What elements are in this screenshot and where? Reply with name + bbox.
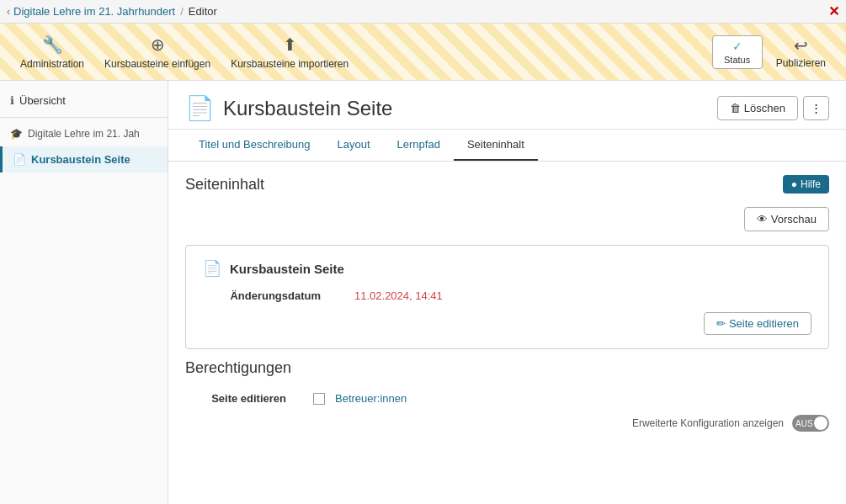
vorschau-row: 👁 Vorschau xyxy=(185,204,829,238)
more-button[interactable]: ⋮ xyxy=(803,96,829,120)
vorschau-label: Vorschau xyxy=(771,213,817,225)
toggle-knob xyxy=(814,416,827,430)
main-layout: ℹ Übersicht 🎓 Digitale Lehre im 21. Jah … xyxy=(0,81,846,504)
perm-value[interactable]: Betreuer:innen xyxy=(335,392,407,405)
card-actions: ✏ Seite editieren xyxy=(203,312,811,335)
content-area: 📄 Kursbaustein Seite 🗑 Löschen ⋮ Titel u… xyxy=(168,81,846,504)
card-title: Kursbaustein Seite xyxy=(230,262,344,276)
card-header: 📄 Kursbaustein Seite xyxy=(203,259,811,278)
tab-layout[interactable]: Layout xyxy=(324,130,384,161)
administration-button[interactable]: 🔧 Administration xyxy=(10,29,94,75)
edit-icon: ✏ xyxy=(716,317,726,330)
edit-label: Seite editieren xyxy=(729,317,799,330)
tab-lernpfad[interactable]: Lernpfad xyxy=(384,130,454,161)
card-page-icon: 📄 xyxy=(203,259,221,278)
hilfe-button[interactable]: ● Hilfe xyxy=(783,175,829,194)
import-label: Kursbausteine importieren xyxy=(231,58,349,70)
sidebar-divider xyxy=(0,117,168,118)
info-icon: ℹ xyxy=(10,94,14,107)
tabs-bar: Titel und Beschreibung Layout Lernpfad S… xyxy=(168,130,846,162)
import-icon: ⬆ xyxy=(283,34,297,55)
card-meta: Änderungsdatum 11.02.2024, 14:41 xyxy=(203,286,811,305)
erweitert-toggle[interactable]: AUS xyxy=(792,415,829,432)
sidebar-active-label: Kursbaustein Seite xyxy=(31,153,130,166)
insert-icon: ⊕ xyxy=(151,34,165,55)
breadcrumb-path1[interactable]: Digitale Lehre im 21. Jahrhundert xyxy=(13,5,175,18)
import-button[interactable]: ⬆ Kursbausteine importieren xyxy=(221,29,359,75)
toolbar-right: ✓ Status ↩ Publizieren xyxy=(712,30,836,74)
page-header: 📄 Kursbaustein Seite 🗑 Löschen ⋮ xyxy=(168,81,846,130)
title-bar: ‹ Digitale Lehre im 21. Jahrhundert / Ed… xyxy=(0,0,846,24)
seiteninhalt-section: Seiteninhalt ● Hilfe 👁 Vorschau 📄 Kursba… xyxy=(168,162,846,450)
toolbar: 🔧 Administration ⊕ Kursbausteine einfüge… xyxy=(0,24,846,81)
page-title-area: 📄 Kursbaustein Seite xyxy=(185,94,392,122)
page-title: Kursbaustein Seite xyxy=(223,97,392,120)
section-title: Seiteninhalt xyxy=(185,176,264,194)
publish-icon: ↩ xyxy=(794,35,808,56)
insert-label: Kursbausteine einfügen xyxy=(104,58,210,70)
breadcrumb-sep: / xyxy=(180,5,184,18)
page-icon: 📄 xyxy=(13,153,26,166)
insert-button[interactable]: ⊕ Kursbausteine einfügen xyxy=(94,29,221,75)
hilfe-label: Hilfe xyxy=(801,178,821,190)
sidebar: ℹ Übersicht 🎓 Digitale Lehre im 21. Jah … xyxy=(0,81,168,504)
section-header: Seiteninhalt ● Hilfe xyxy=(185,175,829,194)
page-title-icon: 📄 xyxy=(185,94,215,122)
erweitert-label: Erweiterte Konfiguration anzeigen xyxy=(632,417,784,429)
berechtigungen-title: Berechtigungen xyxy=(185,359,829,377)
back-button[interactable]: ‹ xyxy=(7,6,10,18)
page-card: 📄 Kursbaustein Seite Änderungsdatum 11.0… xyxy=(185,245,829,349)
status-button[interactable]: ✓ Status xyxy=(712,35,763,69)
status-label: Status xyxy=(724,55,750,65)
perm-label: Seite editieren xyxy=(185,392,286,405)
sidebar-parent-label: Digitale Lehre im 21. Jah xyxy=(28,128,140,140)
meta-value: 11.02.2024, 14:41 xyxy=(354,289,443,302)
sidebar-item-overview[interactable]: ℹ Übersicht xyxy=(0,88,168,114)
close-button[interactable]: ✕ xyxy=(828,3,839,19)
page-actions: 🗑 Löschen ⋮ xyxy=(717,96,829,120)
sidebar-item-active[interactable]: 📄 Kursbaustein Seite xyxy=(0,146,168,172)
delete-icon: 🗑 xyxy=(730,102,741,114)
status-check-icon: ✓ xyxy=(732,40,742,53)
publish-button[interactable]: ↩ Publizieren xyxy=(766,30,836,74)
meta-label: Änderungsdatum xyxy=(203,289,321,302)
seite-editieren-button[interactable]: ✏ Seite editieren xyxy=(704,312,811,335)
berechtigungen-section: Berechtigungen Seite editieren Betreuer:… xyxy=(185,359,829,437)
perm-checkbox[interactable] xyxy=(313,393,325,405)
admin-icon: 🔧 xyxy=(42,34,63,55)
toggle-label: AUS xyxy=(795,419,813,428)
vorschau-button[interactable]: 👁 Vorschau xyxy=(744,207,829,231)
tab-seiteninhalt[interactable]: Seiteninhalt xyxy=(454,130,538,161)
delete-button[interactable]: 🗑 Löschen xyxy=(717,96,798,120)
sidebar-item-parent[interactable]: 🎓 Digitale Lehre im 21. Jah xyxy=(0,121,168,146)
breadcrumb: ‹ Digitale Lehre im 21. Jahrhundert / Ed… xyxy=(7,5,828,18)
administration-label: Administration xyxy=(20,58,84,70)
publish-label: Publizieren xyxy=(776,57,826,69)
tab-titel[interactable]: Titel und Beschreibung xyxy=(185,130,324,161)
erweitert-row: Erweiterte Konfiguration anzeigen AUS xyxy=(185,410,829,437)
sidebar-overview-label: Übersicht xyxy=(19,94,66,107)
course-icon: 🎓 xyxy=(10,128,23,140)
more-icon: ⋮ xyxy=(811,102,822,114)
hilfe-icon: ● xyxy=(791,178,797,190)
delete-label: Löschen xyxy=(744,102,785,114)
perm-row: Seite editieren Betreuer:innen xyxy=(185,387,829,410)
breadcrumb-current: Editor xyxy=(189,5,217,18)
vorschau-icon: 👁 xyxy=(757,213,768,225)
